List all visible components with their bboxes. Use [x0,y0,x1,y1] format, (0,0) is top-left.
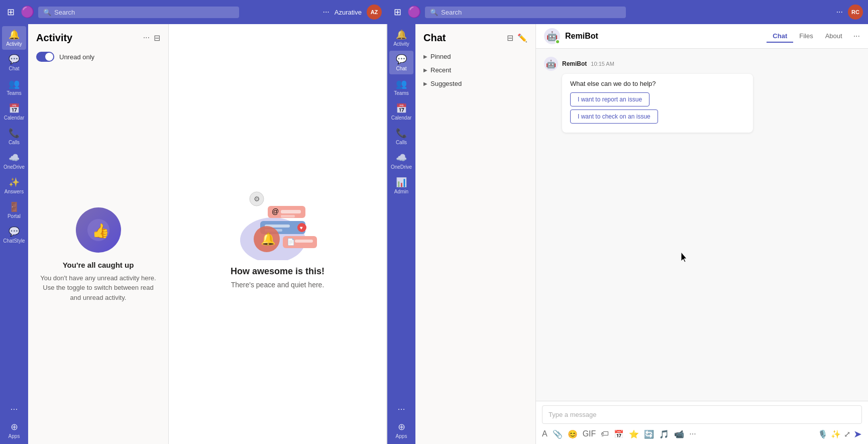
activity-icon: 🔔 [9,29,20,40]
activity-title: Activity [36,32,139,44]
nav-item-calls[interactable]: 📞 Calls [2,125,26,148]
unread-toggle[interactable] [36,52,54,62]
chat-input-area: Type a message A 📎 😊 GIF 🏷 📅 ⭐ 🔄 🎵 📹 ···… [536,401,868,444]
nav-item-more[interactable]: ··· [2,401,26,417]
right-nav-more[interactable]: ··· [389,401,413,417]
audio-icon[interactable]: 🎵 [659,429,669,439]
message-meta: 🤖 RemiBot 10:15 AM [544,57,860,71]
gif-icon[interactable]: GIF [583,429,596,438]
right-nav-activity[interactable]: 🔔 Activity [389,26,413,50]
nav-item-chat[interactable]: 💬 Chat [2,51,26,74]
right-nav: 🔔 Activity 💬 Chat 👥 Teams 📅 Calendar 📞 C… [387,24,415,444]
nav-item-calendar[interactable]: 📅 Calendar [2,100,26,124]
message-time: 10:15 AM [591,61,614,67]
remibot-header-actions[interactable]: ··· [853,32,860,41]
right-nav-chat[interactable]: 💬 Chat [389,51,413,74]
right-teams-icon: 👥 [396,78,407,89]
chatstyle-icon: 💬 [9,226,20,237]
svg-rect-7 [281,210,301,213]
praise-icon[interactable]: ⭐ [629,429,639,439]
nav-item-portal[interactable]: 🚪 Portal [2,198,26,222]
format-icon[interactable]: A [542,429,548,438]
sticker-icon[interactable]: 🏷 [601,429,609,438]
nav-item-answers[interactable]: ✨ Answers [2,174,26,197]
activity-filter[interactable]: ⊟ [154,33,160,43]
emoji-icon[interactable]: 😊 [568,429,578,439]
chat-panel-actions: ⊟ ✏️ [507,33,527,43]
chat-compose-icon[interactable]: ✏️ [517,33,527,43]
answers-icon: ✨ [9,177,20,188]
report-issue-button[interactable]: I want to report an issue [570,92,649,106]
chat-input-box[interactable]: Type a message [542,405,862,424]
check-issue-button[interactable]: I want to check on an issue [570,109,658,124]
right-nav-apps[interactable]: ⊕ Apps [389,418,413,442]
loop-icon[interactable]: 🔄 [644,429,654,439]
ai-icon[interactable]: ✨ [831,429,841,439]
chat-icon: 💬 [9,54,20,65]
attach-icon[interactable]: 📎 [553,429,563,439]
chat-nav-pinned[interactable]: ▶ Pinned [419,50,531,63]
nav-item-onedrive[interactable]: ☁️ OneDrive [2,149,26,173]
search-bar-right[interactable]: 🔍 Search [425,7,626,18]
portal-icon: 🚪 [9,201,20,212]
nav-item-activity[interactable]: 🔔 Activity [2,26,26,50]
top-bar: ⊞ 🟣 🔍 Search ··· Azurative AZ ⊞ 🟣 🔍 Sear… [0,0,868,24]
expand-icon[interactable]: ⤢ [844,429,850,439]
remibot-status-dot [555,39,560,44]
right-nav-calls[interactable]: 📞 Calls [389,125,413,148]
chat-toolbar: A 📎 😊 GIF 🏷 📅 ⭐ 🔄 🎵 📹 ··· 🎙️ ✨ ⤢ [542,428,862,440]
pinned-arrow: ▶ [423,54,427,59]
remibot-tab-about[interactable]: About [819,30,848,43]
toggle-knob [45,53,53,61]
unread-toggle-row: Unread only [28,48,168,66]
nav-label-onedrive: OneDrive [4,164,25,170]
avatar-left[interactable]: AZ [367,5,382,20]
right-nav-calendar[interactable]: 📅 Calendar [389,100,413,124]
main-content: ⚙ @ ♥ 🔔 📄 [169,24,386,444]
nav-label-answers: Answers [5,189,24,194]
suggested-label: Suggested [430,80,462,87]
send-button[interactable]: ➤ [853,428,862,440]
remibot-tab-files[interactable]: Files [793,30,819,43]
remibot-tab-chat[interactable]: Chat [767,30,793,43]
top-bar-left-actions: ··· Azurative AZ [322,5,382,20]
chat-filter-icon[interactable]: ⊟ [507,33,513,43]
right-nav-admin[interactable]: 📊 Admin [389,174,413,197]
search-icon-left: 🔍 [43,9,51,16]
dictate-icon[interactable]: 🎙️ [818,429,828,439]
search-placeholder-right: Search [441,9,462,16]
search-icon-right: 🔍 [430,9,438,16]
nav-item-apps[interactable]: ⊕ Apps [2,418,26,442]
schedule-icon[interactable]: 📅 [614,429,624,439]
peace-desc: There's peace and quiet here. [231,281,324,289]
nav-label-calendar: Calendar [4,115,25,121]
right-nav-label-calendar: Calendar [391,115,412,121]
chat-nav-recent[interactable]: ▶ Recent [419,63,531,77]
grid-icon[interactable]: ⊞ [5,5,17,20]
activity-ellipsis[interactable]: ··· [143,33,150,43]
right-panel: 🔔 Activity 💬 Chat 👥 Teams 📅 Calendar 📞 C… [387,24,868,444]
grid-icon-right[interactable]: ⊞ [392,5,403,20]
right-nav-teams[interactable]: 👥 Teams [389,75,413,99]
nav-label-calls: Calls [9,140,20,145]
left-panel: 🔔 Activity 💬 Chat 👥 Teams 📅 Calendar 📞 C… [0,24,387,444]
svg-text:⚙: ⚙ [254,195,260,203]
chat-panel-header: Chat ⊟ ✏️ [415,24,535,48]
svg-text:📄: 📄 [287,238,295,246]
chat-nav-suggested[interactable]: ▶ Suggested [419,77,531,90]
svg-text:👍: 👍 [92,223,110,239]
right-calendar-icon: 📅 [396,103,407,114]
top-bar-right: ⊞ 🟣 🔍 Search ··· RC [387,5,868,20]
video-icon[interactable]: 📹 [674,429,684,439]
nav-item-chatstyle[interactable]: 💬 ChatStyle [2,223,26,247]
more-toolbar[interactable]: ··· [689,429,696,438]
nav-item-teams[interactable]: 👥 Teams [2,75,26,99]
right-more-icon: ··· [397,404,405,414]
avatar-right[interactable]: RC [848,5,863,20]
right-onedrive-icon: ☁️ [396,152,407,163]
more-options-left[interactable]: ··· [322,8,329,17]
more-options-right[interactable]: ··· [836,8,843,17]
search-bar-left[interactable]: 🔍 Search [38,7,239,18]
right-nav-onedrive[interactable]: ☁️ OneDrive [389,149,413,173]
nav-label-teams: Teams [7,90,21,96]
